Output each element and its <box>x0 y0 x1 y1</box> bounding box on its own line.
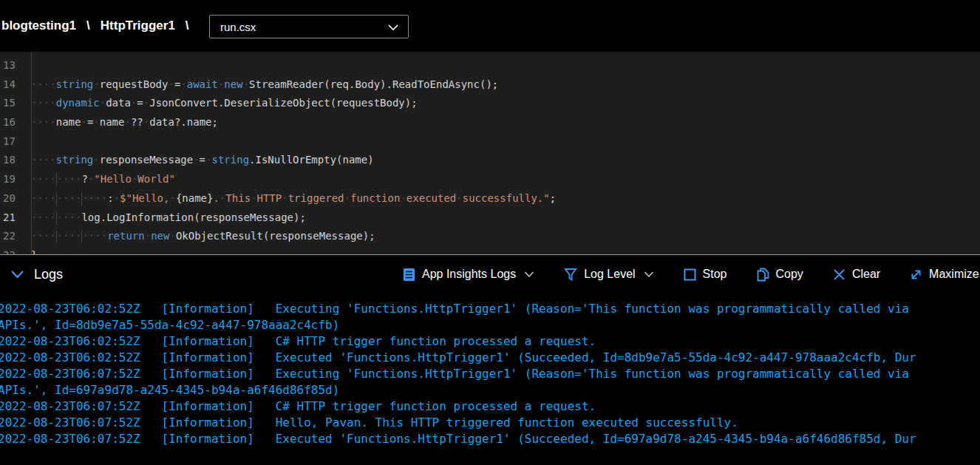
copy-button[interactable]: Copy <box>757 268 803 282</box>
code-token: ? <box>81 173 87 185</box>
code-token: ···· <box>57 173 82 185</box>
code-token: await <box>187 78 218 90</box>
code-token: · <box>169 192 175 204</box>
clear-icon <box>833 268 845 281</box>
code-token: OkObjectResult(responseMessage); <box>176 230 375 242</box>
log-level-button[interactable]: Log Level <box>564 268 653 282</box>
app-insights-logs-label: App Insights Logs <box>422 268 516 281</box>
gutter-divider <box>31 52 32 254</box>
code-token: · <box>81 116 86 128</box>
code-token: · <box>456 192 462 204</box>
code-token: · <box>251 192 256 204</box>
code-token: triggered <box>288 192 344 204</box>
code-token: · <box>180 78 186 90</box>
code-token: . <box>213 192 219 204</box>
code-token: ···· <box>82 230 107 242</box>
code-token: responseMessage <box>100 154 193 166</box>
code-token: {name} <box>176 192 214 204</box>
log-line: APIs.', Id=697a9d78-a245-4345-b94a-a6f46… <box>0 382 980 398</box>
code-token: ; <box>550 192 556 204</box>
line-text: } <box>31 246 37 254</box>
line-text: ····string·responseMessage·=·string.IsNu… <box>31 151 374 170</box>
code-token: function <box>350 192 400 204</box>
code-token: · <box>400 192 406 204</box>
collapse-chevron-icon[interactable] <box>10 269 24 279</box>
logs-panel-title: Logs <box>34 267 63 282</box>
code-line-21[interactable]: 21········log.LogInformation(responseMes… <box>0 208 980 228</box>
code-token: ···· <box>31 192 56 204</box>
line-text: ············return·new·OkObjectResult(re… <box>31 227 375 246</box>
code-token: string <box>56 78 94 90</box>
line-text: ············:·$"Hello,·{name}.·This·HTTP… <box>31 189 556 208</box>
code-token: name <box>56 116 81 128</box>
code-token: } <box>31 249 37 254</box>
code-line-15[interactable]: 15····dynamic·data·=·JsonConvert.Deseria… <box>0 94 980 113</box>
code-token: ···· <box>82 192 107 204</box>
logs-toolbar: Logs App Insights Logs Log Level <box>0 255 980 293</box>
log-level-label: Log Level <box>584 268 635 281</box>
line-number: 22 <box>0 227 31 246</box>
log-line: 2022-08-23T06:02:52Z [Information] C# HT… <box>0 333 980 350</box>
copy-icon <box>757 268 769 282</box>
code-token: "Hello <box>94 173 132 185</box>
breadcrumb-site[interactable]: blogtesting1 <box>1 18 76 33</box>
code-token: data?.name; <box>149 116 218 128</box>
code-lines: 1314····string·requestBody·=·await·new·S… <box>0 52 980 254</box>
code-token: · <box>168 78 174 90</box>
clear-label: Clear <box>852 268 880 281</box>
code-line-23[interactable]: 23} <box>0 246 980 254</box>
line-number: 23 <box>0 246 31 254</box>
code-token: · <box>93 116 99 128</box>
code-token: ···· <box>57 230 82 242</box>
logs-toolbar-buttons: App Insights Logs Log Level Stop <box>403 255 979 293</box>
code-token: · <box>143 116 149 128</box>
code-token: ···· <box>31 173 56 185</box>
code-line-16[interactable]: 16····name·=·name·??·data?.name; <box>0 113 980 132</box>
top-bar: blogtesting1 \ HttpTrigger1 \ run.csx <box>0 0 980 52</box>
line-text: ········?·"Hello·World" <box>31 170 175 189</box>
code-line-17[interactable]: 17 <box>0 132 980 152</box>
code-line-14[interactable]: 14····string·requestBody·=·await·new·Str… <box>0 75 980 95</box>
code-editor[interactable]: 1314····string·requestBody·=·await·new·S… <box>0 52 980 254</box>
code-line-13[interactable]: 13 <box>0 56 980 75</box>
breadcrumb-separator: \ <box>186 18 189 33</box>
stop-button[interactable]: Stop <box>684 268 727 281</box>
filter-icon <box>564 268 577 282</box>
code-token: HTTP <box>257 192 282 204</box>
app-insights-logs-button[interactable]: App Insights Logs <box>403 268 534 282</box>
code-token: .IsNullOrEmpty(name) <box>249 154 374 166</box>
log-line: 2022-08-23T06:02:52Z [Information] Execu… <box>0 301 980 317</box>
chevron-down-icon <box>387 22 399 33</box>
code-line-20[interactable]: 20············:·$"Hello,·{name}.·This·HT… <box>0 189 980 208</box>
clear-button[interactable]: Clear <box>833 268 880 281</box>
code-token: = <box>137 97 143 109</box>
code-line-19[interactable]: 19········?·"Hello·World" <box>0 170 980 189</box>
code-line-18[interactable]: 18····string·responseMessage·=·string.Is… <box>0 151 980 170</box>
code-token: · <box>145 230 151 242</box>
line-number: 16 <box>0 113 31 132</box>
log-console[interactable]: 2022-08-23T06:02:52Z [Information] Execu… <box>0 293 980 465</box>
file-select-dropdown[interactable]: run.csx <box>209 15 409 38</box>
breadcrumb-function[interactable]: HttpTrigger1 <box>101 18 175 33</box>
maximize-button[interactable]: Maximize <box>910 268 979 281</box>
line-number: 15 <box>0 94 31 113</box>
azure-functions-code-test-screen: { "topbar": { "site": "blogtesting1", "s… <box>0 0 980 465</box>
code-token: ···· <box>31 211 56 223</box>
stop-icon <box>684 268 696 281</box>
breadcrumb: blogtesting1 \ HttpTrigger1 \ <box>1 0 189 52</box>
code-line-22[interactable]: 22············return·new·OkObjectResult(… <box>0 227 980 246</box>
code-token: ?? <box>131 116 143 128</box>
maximize-label: Maximize <box>929 268 979 281</box>
chevron-down-icon <box>524 271 534 278</box>
code-token: ···· <box>31 154 56 166</box>
line-text: ····dynamic·data·=·JsonConvert.Deseriali… <box>31 94 418 113</box>
code-token: requestBody <box>100 78 169 90</box>
code-token: · <box>124 116 130 128</box>
code-token: · <box>169 230 175 242</box>
code-token: · <box>93 78 99 90</box>
code-token: ···· <box>57 192 82 204</box>
code-token: · <box>93 154 99 166</box>
code-token: successfully." <box>463 192 550 204</box>
code-token: $"Hello, <box>120 192 169 204</box>
code-token: ···· <box>57 211 82 223</box>
